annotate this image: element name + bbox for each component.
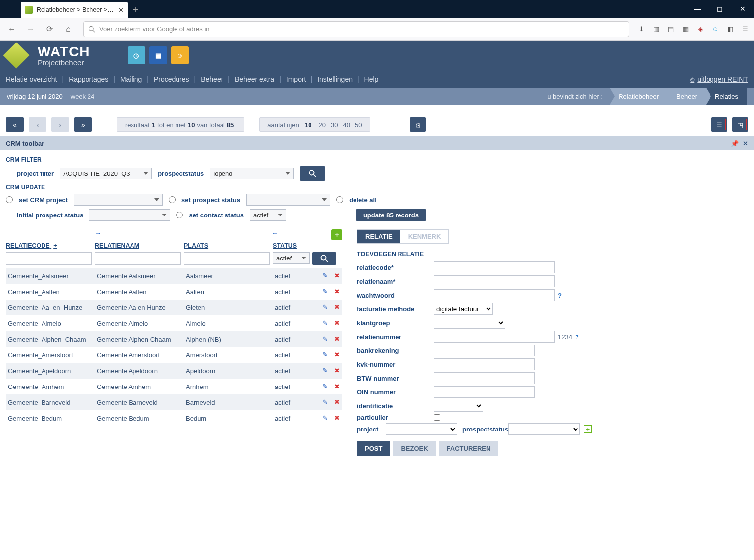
- kvk-input[interactable]: [434, 358, 535, 370]
- col-header-code[interactable]: RELATIECODE +: [6, 242, 95, 249]
- facturatie-select[interactable]: digitale factuur: [434, 303, 493, 315]
- nav-item[interactable]: Beheer: [201, 75, 223, 83]
- tile-clock-icon[interactable]: ◷: [128, 46, 145, 64]
- reader-icon[interactable]: ▤: [666, 24, 676, 34]
- window-minimize-icon[interactable]: —: [686, 0, 709, 18]
- table-row[interactable]: Gemeente_Aa_en_HunzeGemeente Aa en Hunze…: [6, 300, 342, 315]
- set-contact-status-select[interactable]: actief: [250, 209, 286, 221]
- table-row[interactable]: Gemeente_AaltenGemeente AaltenAaltenacti…: [6, 284, 342, 300]
- delete-icon[interactable]: ✖: [334, 272, 342, 280]
- nav-item[interactable]: Mailing: [120, 75, 142, 83]
- nav-item[interactable]: Help: [364, 75, 379, 83]
- relatiecode-input[interactable]: [434, 261, 555, 273]
- edit-icon[interactable]: ✎: [322, 335, 330, 343]
- nav-item[interactable]: Beheer extra: [235, 75, 274, 83]
- tab-relatie[interactable]: RELATIE: [357, 230, 400, 243]
- table-row[interactable]: Gemeente_AlmeloGemeente AlmeloAlmeloacti…: [6, 315, 342, 331]
- delete-icon[interactable]: ✖: [334, 367, 342, 375]
- set-prospect-status-radio[interactable]: [169, 196, 176, 203]
- delete-all-radio[interactable]: [336, 196, 343, 203]
- particulier-checkbox[interactable]: [434, 414, 440, 421]
- grid-search-button[interactable]: [312, 252, 336, 265]
- filter-name-input[interactable]: [95, 252, 181, 265]
- rows-option[interactable]: 20: [319, 121, 326, 129]
- nav-item[interactable]: Relatie overzicht: [6, 75, 57, 83]
- edit-icon[interactable]: ✎: [322, 398, 330, 406]
- post-button[interactable]: POST: [357, 441, 390, 456]
- page-prev-button[interactable]: ‹: [29, 117, 46, 132]
- nav-forward-icon[interactable]: →: [23, 21, 39, 37]
- edit-icon[interactable]: ✎: [322, 303, 330, 311]
- table-row[interactable]: Gemeente_BarneveldGemeente BarneveldBarn…: [6, 394, 342, 410]
- oin-input[interactable]: [434, 386, 535, 398]
- prospectstatus-select[interactable]: lopend: [210, 168, 294, 179]
- identificatie-select[interactable]: [434, 400, 483, 412]
- tile-calendar-icon[interactable]: ▦: [149, 46, 167, 64]
- delete-icon[interactable]: ✖: [334, 319, 342, 327]
- ghost-icon[interactable]: ☺: [710, 24, 720, 34]
- delete-icon[interactable]: ✖: [334, 383, 342, 390]
- project-select[interactable]: [386, 423, 457, 435]
- help-icon[interactable]: ?: [575, 333, 579, 341]
- delete-icon[interactable]: ✖: [334, 335, 342, 343]
- page-last-button[interactable]: »: [74, 117, 92, 132]
- add-project-icon[interactable]: +: [584, 425, 592, 433]
- tab-kenmerk[interactable]: KENMERK: [400, 230, 449, 243]
- breadcrumb-seg[interactable]: Relatiebeheer: [610, 88, 667, 105]
- table-row[interactable]: Gemeente_AmersfoortGemeente AmersfoortAm…: [6, 347, 342, 363]
- initial-prospect-status-select[interactable]: [89, 209, 170, 221]
- add-row-button[interactable]: ＋: [331, 229, 342, 240]
- crm-search-button[interactable]: [300, 166, 325, 181]
- edit-icon[interactable]: ✎: [322, 272, 330, 280]
- bezoek-button[interactable]: BEZOEK: [393, 441, 436, 456]
- prospectstatus-form-select[interactable]: [508, 423, 580, 435]
- extension-icon[interactable]: ◧: [725, 24, 735, 34]
- help-icon[interactable]: ?: [558, 292, 562, 299]
- sort-left-icon[interactable]: ←: [272, 229, 331, 240]
- breadcrumb-seg[interactable]: Beheer: [667, 88, 706, 105]
- nav-reload-icon[interactable]: ⟳: [42, 21, 57, 37]
- close-icon[interactable]: ✕: [743, 140, 748, 147]
- tile-people-icon[interactable]: ☺: [171, 46, 189, 64]
- nav-item[interactable]: Instellingen: [317, 75, 353, 83]
- set-prospect-status-select[interactable]: [246, 194, 330, 206]
- filter-place-input[interactable]: [184, 252, 270, 265]
- filter-code-input[interactable]: [6, 252, 92, 265]
- table-row[interactable]: Gemeente_BedumGemeente BedumBedumactief✎…: [6, 410, 342, 426]
- tab-close-icon[interactable]: ✕: [118, 6, 124, 14]
- relatienaam-input[interactable]: [434, 275, 555, 287]
- breadcrumb-seg[interactable]: Relaties: [706, 88, 747, 105]
- delete-icon[interactable]: ✖: [334, 303, 342, 311]
- edit-icon[interactable]: ✎: [322, 414, 330, 422]
- export-button[interactable]: ⎘: [410, 117, 426, 132]
- edit-icon[interactable]: ✎: [322, 288, 330, 296]
- delete-icon[interactable]: ✖: [334, 398, 342, 406]
- page-next-button[interactable]: ›: [51, 117, 69, 132]
- edit-icon[interactable]: ✎: [322, 319, 330, 327]
- table-row[interactable]: Gemeente_Alphen_ChaamGemeente Alphen Cha…: [6, 331, 342, 347]
- browser-tab[interactable]: Relatiebeheer > Beheer > Relat ✕: [21, 2, 128, 18]
- update-records-button[interactable]: update 85 records: [356, 209, 426, 221]
- project-filter-select[interactable]: ACQUISITIE_2020_Q3: [60, 168, 152, 179]
- table-row[interactable]: Gemeente_ApeldoornGemeente ApeldoornApel…: [6, 363, 342, 379]
- ublock-icon[interactable]: ◈: [696, 24, 706, 34]
- set-contact-status-radio[interactable]: [176, 212, 183, 218]
- delete-icon[interactable]: ✖: [334, 288, 342, 296]
- user-tools-button[interactable]: ☰: [711, 117, 727, 132]
- edit-icon[interactable]: ✎: [322, 383, 330, 390]
- edit-icon[interactable]: ✎: [322, 367, 330, 375]
- col-header-name[interactable]: RELATIENAAM: [95, 242, 184, 249]
- window-maximize-icon[interactable]: ◻: [709, 0, 731, 18]
- wachtwoord-input[interactable]: [434, 289, 555, 301]
- rows-option[interactable]: 50: [355, 121, 362, 129]
- nav-item[interactable]: Rapportages: [69, 75, 108, 83]
- rows-option[interactable]: 30: [331, 121, 338, 129]
- factureren-button[interactable]: FACTUREREN: [439, 441, 499, 456]
- downloads-icon[interactable]: ⬇: [636, 24, 646, 34]
- library-icon[interactable]: ▥: [651, 24, 661, 34]
- table-row[interactable]: Gemeente_ArnhemGemeente ArnhemArnhemacti…: [6, 379, 342, 394]
- set-crm-project-radio[interactable]: [6, 196, 13, 203]
- window-close-icon[interactable]: ✕: [731, 0, 754, 18]
- nav-home-icon[interactable]: ⌂: [60, 21, 76, 37]
- klantgroep-select[interactable]: [434, 317, 505, 329]
